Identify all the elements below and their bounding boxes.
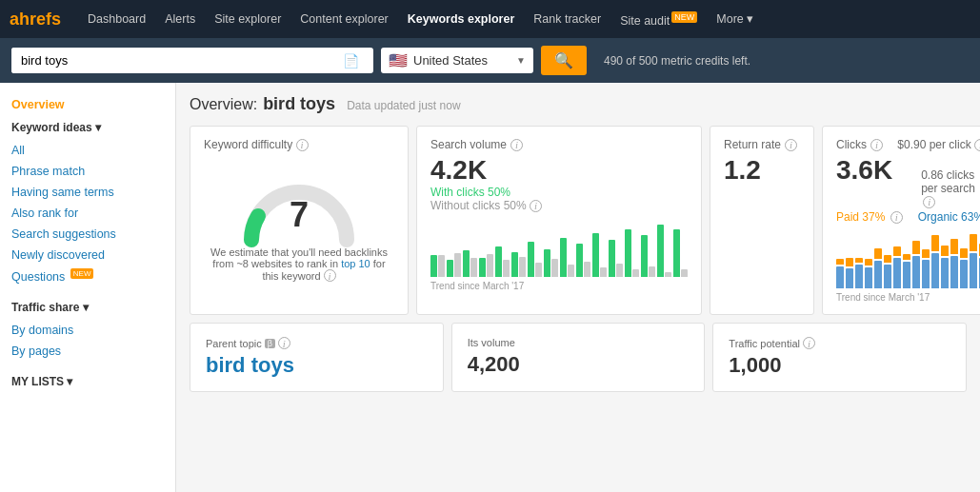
search-volume-card: Search volume i 4.2K With clicks 50% Wit…: [416, 126, 702, 315]
bar-group: [495, 246, 510, 277]
nav-dashboard[interactable]: Dashboard: [80, 0, 153, 38]
clicks-chart: [836, 231, 980, 288]
sidebar-item-by-domains[interactable]: By domains: [0, 320, 175, 341]
kd-info-icon[interactable]: i: [296, 139, 309, 151]
nav-more[interactable]: More ▾: [709, 0, 761, 38]
bar-gray: [487, 254, 493, 277]
bar-green: [495, 246, 502, 277]
bar-green: [657, 225, 664, 277]
sv-info-icon[interactable]: i: [510, 139, 523, 151]
bar-group: [560, 238, 574, 277]
with-clicks: With clicks 50%: [430, 186, 688, 199]
sidebar-item-search-suggestions[interactable]: Search suggestions: [0, 224, 175, 245]
kd-footer-info[interactable]: i: [324, 269, 336, 282]
bar-blue: [846, 268, 853, 288]
metrics-row: Keyword difficulty i 7 We estimate that …: [190, 126, 967, 315]
flag-icon: 🇺🇸: [389, 51, 408, 69]
nav-site-explorer[interactable]: Site explorer: [207, 0, 289, 38]
bar-green: [576, 244, 583, 277]
search-input[interactable]: [11, 48, 335, 73]
bar-blue: [960, 260, 968, 288]
parent-topic-label: Parent topic β i: [206, 337, 428, 349]
nav-alerts[interactable]: Alerts: [157, 0, 203, 38]
bar-green: [641, 235, 648, 277]
bar-group: [922, 249, 930, 288]
sidebar-item-questions[interactable]: Questions NEW: [0, 266, 175, 287]
nav-content-explorer[interactable]: Content explorer: [292, 0, 395, 38]
nav-keywords-explorer[interactable]: Keywords explorer: [400, 0, 523, 38]
bar-gray: [568, 265, 574, 277]
clicks-info-icon[interactable]: i: [870, 139, 883, 151]
bar-group: [657, 225, 671, 277]
nav-rank-tracker[interactable]: Rank tracker: [526, 0, 609, 38]
bar-blue: [893, 258, 901, 288]
clicks-per-search-wrap: 0.86 clicks per search i: [921, 168, 980, 208]
bar-green: [463, 250, 470, 277]
sidebar-item-all[interactable]: All: [0, 140, 175, 161]
nav-site-audit[interactable]: Site auditNEW: [612, 0, 705, 40]
bar-group: [931, 235, 939, 288]
new-badge: NEW: [671, 11, 697, 23]
per-click-info[interactable]: i: [974, 139, 980, 151]
sidebar-item-newly-discovered[interactable]: Newly discovered: [0, 245, 175, 266]
paid-info[interactable]: i: [890, 211, 903, 224]
bar-blue: [931, 253, 939, 288]
kd-value: 7: [290, 195, 309, 235]
document-icon[interactable]: 📄: [335, 53, 367, 69]
bar-green: [609, 240, 615, 277]
bar-green: [544, 249, 550, 277]
bar-group: [970, 234, 977, 288]
bar-group: [912, 241, 920, 288]
organic-pct: Organic 63%: [918, 210, 980, 224]
its-volume-label: Its volume: [468, 337, 690, 348]
rr-info-icon[interactable]: i: [785, 139, 797, 151]
credits-text: 490 of 500 metric credits left.: [604, 54, 750, 68]
nav-links: Dashboard Alerts Site explorer Content e…: [80, 0, 761, 40]
traffic-potential-info[interactable]: i: [803, 337, 815, 349]
bar-group: [544, 249, 558, 277]
logo[interactable]: ahrefs: [10, 10, 61, 30]
sidebar-item-also-rank-for[interactable]: Also rank for: [0, 203, 175, 224]
clicks-per-search-info[interactable]: i: [923, 196, 935, 208]
bar-orange: [922, 249, 930, 258]
country-select[interactable]: 🇺🇸 United States ▼: [381, 48, 533, 73]
bar-group: [609, 240, 623, 277]
bar-blue: [874, 261, 882, 288]
gauge-wrap: 7: [232, 159, 366, 235]
sidebar-item-having-same-terms[interactable]: Having same terms: [0, 182, 175, 203]
bar-group: [884, 255, 891, 288]
sidebar-item-phrase-match[interactable]: Phrase match: [0, 161, 175, 182]
sv-trend-label: Trend since March '17: [430, 281, 688, 291]
bar-orange: [931, 235, 939, 251]
sidebar-my-lists-title[interactable]: MY LISTS ▾: [0, 369, 175, 394]
parent-topic-value[interactable]: bird toys: [206, 353, 428, 378]
bar-gray: [551, 259, 558, 277]
parent-topic-info[interactable]: i: [278, 337, 290, 349]
bar-group: [960, 248, 968, 288]
bar-gray: [632, 269, 639, 277]
clicks-value: 3.6K: [836, 157, 892, 184]
search-input-wrap: 📄: [11, 48, 373, 73]
beta-badge: β: [265, 339, 275, 348]
top10-link[interactable]: top 10: [341, 258, 370, 269]
bar-orange: [893, 246, 901, 256]
search-bar: 📄 🇺🇸 United States ▼ 🔍 490 of 500 metric…: [0, 38, 980, 83]
per-click: $0.90 per click i: [897, 138, 980, 151]
sv-chart: [430, 220, 688, 277]
bar-green: [511, 252, 518, 277]
bar-group: [903, 254, 910, 288]
bar-blue: [836, 266, 844, 288]
questions-new-badge: NEW: [70, 268, 94, 279]
without-clicks-info[interactable]: i: [530, 200, 542, 212]
clicks-label: Clicks i $0.90 per click i: [836, 138, 980, 151]
bar-group: [874, 248, 882, 288]
sidebar-item-by-pages[interactable]: By pages: [0, 341, 175, 362]
bar-gray: [681, 269, 688, 277]
bar-gray: [616, 264, 623, 277]
bar-group: [865, 259, 872, 288]
bar-group: [673, 229, 688, 277]
search-button[interactable]: 🔍: [541, 46, 587, 75]
clicks-trend-label: Trend since March '17: [836, 292, 980, 303]
bar-gray: [665, 272, 671, 277]
sidebar-item-overview[interactable]: Overview: [0, 94, 175, 115]
